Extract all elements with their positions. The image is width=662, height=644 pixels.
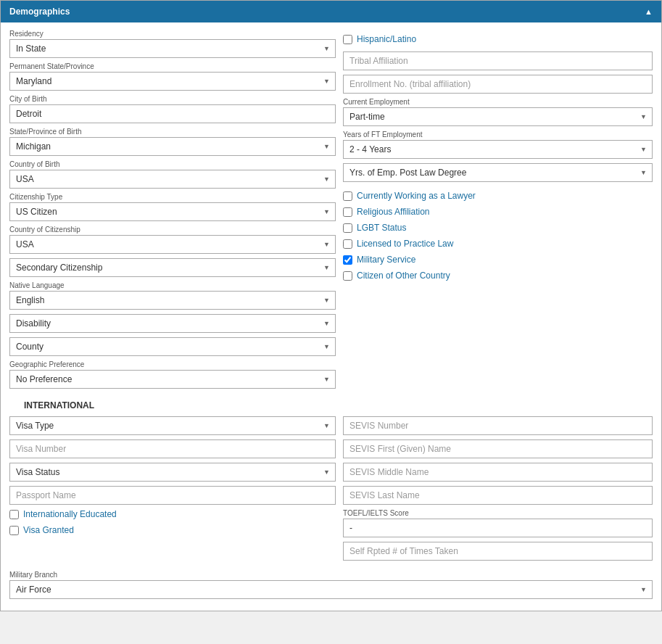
citizen-other-country-checkbox[interactable]: [343, 271, 352, 281]
visa-granted-checkbox[interactable]: [9, 526, 19, 535]
military-branch-select-wrapper[interactable]: Air Force: [9, 580, 653, 599]
tribal-affiliation-group: [343, 51, 653, 70]
country-of-birth-select[interactable]: USA: [9, 170, 336, 189]
military-service-checkbox[interactable]: [343, 255, 352, 265]
current-employment-label: Current Employment: [343, 98, 653, 106]
visa-type-group: Visa Type: [9, 416, 336, 435]
visa-type-select[interactable]: Visa Type: [9, 416, 336, 435]
military-branch-select[interactable]: Air Force: [9, 580, 653, 599]
licensed-to-practice-row: Licensed to Practice Law: [343, 239, 653, 249]
years-ft-employment-select-wrapper[interactable]: 2 - 4 Years: [343, 140, 653, 159]
permanent-state-label: Permanent State/Province: [9, 62, 336, 70]
visa-number-group: [9, 439, 336, 458]
enrollment-no-input[interactable]: [343, 75, 653, 94]
hispanic-latino-checkbox[interactable]: [343, 35, 352, 44]
religious-affiliation-checkbox[interactable]: [343, 207, 352, 217]
yrs-emp-post-group: Yrs. of Emp. Post Law Degree: [343, 163, 653, 182]
tribal-affiliation-input[interactable]: [343, 51, 653, 70]
religious-affiliation-label[interactable]: Religious Affiliation: [357, 207, 430, 217]
internationally-educated-row: Internationally Educated: [9, 509, 336, 519]
passport-name-group: [9, 486, 336, 505]
state-of-birth-select-wrapper[interactable]: Michigan: [9, 137, 336, 156]
disability-select[interactable]: Disability: [9, 314, 336, 333]
native-language-group: Native Language English: [9, 281, 336, 310]
native-language-select-wrapper[interactable]: English: [9, 291, 336, 310]
international-section: INTERNATIONAL Visa Type: [9, 400, 653, 565]
secondary-citizenship-select[interactable]: Secondary Citizenship: [9, 258, 336, 277]
residency-select-wrapper[interactable]: In State: [9, 39, 336, 58]
citizenship-type-label: Citizenship Type: [9, 193, 336, 201]
years-ft-employment-group: Years of FT Employment 2 - 4 Years: [343, 131, 653, 159]
current-employment-select-wrapper[interactable]: Part-time: [343, 107, 653, 126]
visa-type-select-wrapper[interactable]: Visa Type: [9, 416, 336, 435]
military-branch-group: Military Branch Air Force: [9, 571, 653, 599]
visa-status-group: Visa Status: [9, 463, 336, 482]
passport-name-input[interactable]: [9, 486, 336, 505]
visa-granted-label[interactable]: Visa Granted: [23, 525, 74, 535]
country-of-birth-select-wrapper[interactable]: USA: [9, 170, 336, 189]
currently-working-lawyer-label[interactable]: Currently Working as a Lawyer: [357, 191, 476, 201]
years-ft-employment-select[interactable]: 2 - 4 Years: [343, 140, 653, 159]
visa-granted-row: Visa Granted: [9, 525, 336, 535]
toefl-label: TOEFL/IELTS Score: [343, 509, 653, 517]
licensed-to-practice-label[interactable]: Licensed to Practice Law: [357, 239, 453, 249]
licensed-to-practice-checkbox[interactable]: [343, 239, 352, 249]
citizenship-type-select[interactable]: US Citizen: [9, 202, 336, 221]
geographic-pref-select[interactable]: No Preference: [9, 370, 336, 389]
country-of-citizenship-label: Country of Citizenship: [9, 226, 336, 234]
international-title: INTERNATIONAL: [9, 400, 653, 410]
geographic-pref-select-wrapper[interactable]: No Preference: [9, 370, 336, 389]
lgbt-status-label[interactable]: LGBT Status: [357, 223, 406, 233]
self-rpted-input[interactable]: [343, 542, 653, 561]
sevis-last-name-input[interactable]: [343, 486, 653, 505]
sevis-number-group: [343, 416, 653, 435]
permanent-state-group: Permanent State/Province Maryland: [9, 62, 336, 91]
military-branch-label: Military Branch: [9, 571, 653, 579]
left-column: Residency In State Permanent State/Provi…: [9, 30, 336, 393]
permanent-state-select-wrapper[interactable]: Maryland: [9, 72, 336, 91]
state-of-birth-select[interactable]: Michigan: [9, 137, 336, 156]
currently-working-lawyer-checkbox[interactable]: [343, 191, 352, 201]
native-language-label: Native Language: [9, 281, 336, 289]
county-select-wrapper[interactable]: County: [9, 337, 336, 356]
country-of-citizenship-select-wrapper[interactable]: USA: [9, 235, 336, 254]
city-of-birth-label: City of Birth: [9, 95, 336, 103]
secondary-citizenship-select-wrapper[interactable]: Secondary Citizenship: [9, 258, 336, 277]
country-of-citizenship-select[interactable]: USA: [9, 235, 336, 254]
citizen-other-country-label[interactable]: Citizen of Other Country: [357, 271, 450, 281]
demographics-panel: Demographics ▲ Residency In State Perman…: [0, 0, 662, 611]
sevis-number-input[interactable]: [343, 416, 653, 435]
sevis-first-name-input[interactable]: [343, 439, 653, 458]
visa-status-select[interactable]: Visa Status: [9, 463, 336, 482]
disability-select-wrapper[interactable]: Disability: [9, 314, 336, 333]
military-service-label[interactable]: Military Service: [357, 255, 415, 265]
residency-select[interactable]: In State: [9, 39, 336, 58]
panel-header: Demographics ▲: [1, 1, 661, 22]
collapse-icon[interactable]: ▲: [645, 7, 653, 16]
visa-number-input[interactable]: [9, 439, 336, 458]
intl-left-column: Visa Type Visa Status: [9, 416, 336, 565]
state-of-birth-label: State/Province of Birth: [9, 128, 336, 136]
internationally-educated-checkbox[interactable]: [9, 510, 19, 519]
citizenship-type-group: Citizenship Type US Citizen: [9, 193, 336, 221]
country-of-citizenship-group: Country of Citizenship USA: [9, 226, 336, 254]
internationally-educated-label[interactable]: Internationally Educated: [23, 509, 117, 519]
current-employment-select[interactable]: Part-time: [343, 107, 653, 126]
residency-label: Residency: [9, 30, 336, 38]
city-of-birth-group: City of Birth: [9, 95, 336, 123]
hispanic-latino-label[interactable]: Hispanic/Latino: [357, 34, 416, 44]
sevis-middle-name-input[interactable]: [343, 463, 653, 482]
yrs-emp-post-select[interactable]: Yrs. of Emp. Post Law Degree: [343, 163, 653, 182]
native-language-select[interactable]: English: [9, 291, 336, 310]
lgbt-status-checkbox[interactable]: [343, 223, 352, 233]
citizenship-type-select-wrapper[interactable]: US Citizen: [9, 202, 336, 221]
toefl-input[interactable]: [343, 519, 653, 537]
currently-working-lawyer-row: Currently Working as a Lawyer: [343, 191, 653, 201]
geographic-pref-group: Geographic Preference No Preference: [9, 360, 336, 389]
sevis-last-name-group: [343, 486, 653, 505]
city-of-birth-input[interactable]: [9, 104, 336, 123]
county-select[interactable]: County: [9, 337, 336, 356]
visa-status-select-wrapper[interactable]: Visa Status: [9, 463, 336, 482]
yrs-emp-post-select-wrapper[interactable]: Yrs. of Emp. Post Law Degree: [343, 163, 653, 182]
permanent-state-select[interactable]: Maryland: [9, 72, 336, 91]
